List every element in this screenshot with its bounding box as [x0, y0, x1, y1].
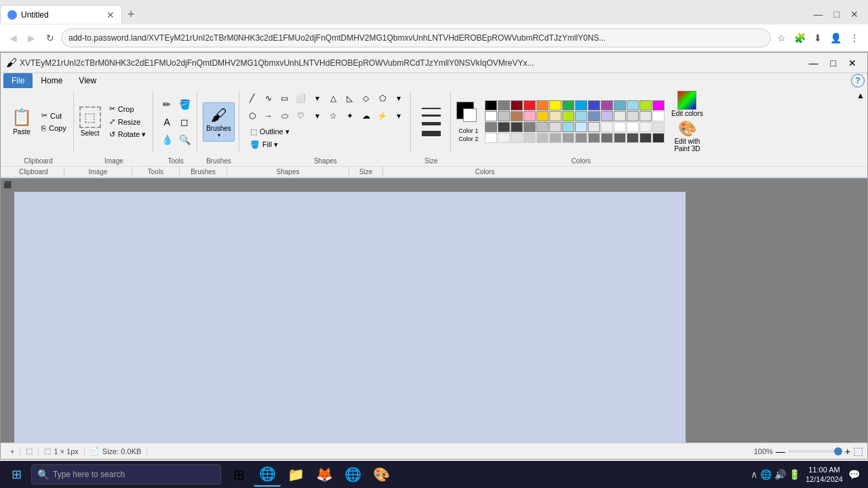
resize-button[interactable]: ⤢ Resize: [106, 116, 149, 127]
pc-r4-7[interactable]: [562, 133, 574, 143]
pc-r4-6[interactable]: [549, 133, 561, 143]
paste-button[interactable]: 📋 Paste: [7, 106, 36, 137]
firefox-app[interactable]: 🦊: [311, 462, 338, 487]
address-bar[interactable]: [61, 28, 771, 47]
paint-app-taskbar[interactable]: 🎨: [368, 462, 395, 487]
forward-button[interactable]: ▶: [24, 30, 39, 46]
shape-cloud[interactable]: ☁: [359, 108, 374, 123]
colorpick-tool[interactable]: 💧: [159, 131, 175, 148]
pc-r3-9[interactable]: [588, 122, 600, 132]
palette-color-sky[interactable]: [575, 111, 587, 121]
shape-heart[interactable]: ♡: [294, 108, 309, 123]
pc-r4-11[interactable]: [614, 133, 626, 143]
pc-r3-6[interactable]: [549, 122, 561, 132]
file-tab[interactable]: File: [3, 73, 33, 88]
cut-button[interactable]: ✂ Cut: [39, 110, 69, 121]
palette-color-orange[interactable]: [536, 100, 549, 110]
palette-color-teal[interactable]: [614, 100, 626, 110]
maximize-chrome-button[interactable]: □: [830, 6, 844, 22]
palette-color-green[interactable]: [562, 100, 574, 110]
copy-button[interactable]: ⎘ Copy: [39, 123, 69, 134]
select-status[interactable]: ⬚: [20, 447, 39, 455]
refresh-button[interactable]: ↻: [42, 30, 58, 46]
pc-r3-10[interactable]: [601, 122, 613, 132]
paint-maximize-button[interactable]: □: [825, 56, 842, 70]
volume-icon[interactable]: 🔊: [774, 469, 786, 480]
task-view-button[interactable]: ⊞: [225, 462, 252, 487]
shape-penta[interactable]: ⬠: [375, 91, 390, 106]
palette-color-gold[interactable]: [536, 111, 549, 121]
palette-color-lightblue[interactable]: [627, 100, 639, 110]
notification-icon[interactable]: 💬: [848, 469, 860, 480]
pc-r4-2[interactable]: [498, 133, 510, 143]
view-tab[interactable]: View: [71, 73, 104, 88]
shapes-more2[interactable]: ▾: [391, 91, 406, 106]
taskbar-search[interactable]: 🔍 Type here to search: [31, 464, 221, 485]
palette-color-darkred[interactable]: [511, 100, 523, 110]
palette-color-blue[interactable]: [588, 100, 600, 110]
shape-rect[interactable]: ▭: [277, 91, 292, 106]
menu-button[interactable]: ⋮: [846, 30, 863, 46]
shape-tri[interactable]: △: [326, 91, 341, 106]
add-button-status[interactable]: +: [5, 447, 20, 455]
pc-r4-4[interactable]: [524, 133, 536, 143]
canvas-handle[interactable]: ⬛: [3, 181, 12, 188]
fill-button[interactable]: 🪣 Fill ▾: [248, 139, 292, 150]
palette-color-white[interactable]: [485, 111, 497, 121]
network-icon[interactable]: 🌐: [760, 469, 772, 480]
palette-color-magenta[interactable]: [652, 100, 665, 110]
up-arrow-icon[interactable]: ∧: [751, 469, 757, 480]
pc-r4-5[interactable]: [536, 133, 549, 143]
palette-color-verylightgray[interactable]: [639, 111, 652, 121]
pc-r4-13[interactable]: [639, 133, 652, 143]
shape-rect2[interactable]: ⬜: [294, 91, 309, 106]
pc-r3-3[interactable]: [511, 122, 523, 132]
pc-r3-11[interactable]: [614, 122, 626, 132]
outline-button[interactable]: ⬚ Outline ▾: [248, 126, 292, 138]
paint-close-button[interactable]: ✕: [843, 56, 862, 70]
palette-color-pink[interactable]: [524, 111, 536, 121]
pc-r4-3[interactable]: [511, 133, 523, 143]
edit-paint3d-button[interactable]: 🎨 Edit with Paint 3D: [669, 120, 706, 152]
zoom-in-button[interactable]: +: [845, 446, 850, 457]
shape-curve[interactable]: ∿: [261, 91, 276, 106]
close-chrome-button[interactable]: ✕: [846, 6, 863, 22]
shapes-more4[interactable]: ▾: [391, 108, 406, 123]
shapes-more[interactable]: ▾: [310, 91, 325, 106]
palette-color-white2[interactable]: [652, 111, 665, 121]
home-tab[interactable]: Home: [33, 73, 71, 88]
back-button[interactable]: ◀: [5, 30, 21, 46]
shape-rtri[interactable]: ◺: [342, 91, 357, 106]
paint-canvas-area[interactable]: ⬛: [1, 178, 867, 443]
edit-colors-button[interactable]: Edit colors: [670, 91, 704, 117]
shape-diamond[interactable]: ◇: [359, 91, 374, 106]
palette-color-black[interactable]: [485, 100, 497, 110]
pencil-tool[interactable]: ✏: [159, 96, 175, 113]
zoom-out-button[interactable]: —: [776, 446, 785, 457]
palette-color-gainsboro[interactable]: [627, 111, 639, 121]
extensions-button[interactable]: 🧩: [791, 30, 809, 46]
brushes-button[interactable]: 🖌 Brushes ▾: [203, 102, 235, 142]
palette-color-periwinkle[interactable]: [588, 111, 600, 121]
download-button[interactable]: ⬇: [810, 30, 825, 46]
pc-r3-2[interactable]: [498, 122, 510, 132]
help-button[interactable]: ?: [851, 74, 865, 87]
bookmark-button[interactable]: ☆: [774, 30, 789, 46]
pc-r3-1[interactable]: [485, 122, 497, 132]
pc-r3-7[interactable]: [562, 122, 574, 132]
pc-r3-13[interactable]: [639, 122, 652, 132]
shape-oval[interactable]: ⬭: [277, 108, 292, 123]
shape-hex[interactable]: ⬡: [245, 108, 260, 123]
palette-color-lightgray[interactable]: [614, 111, 626, 121]
zoom-tool[interactable]: 🔍: [176, 131, 193, 148]
pc-r3-4[interactable]: [524, 122, 536, 132]
palette-color-yellow[interactable]: [549, 100, 561, 110]
pc-r3-12[interactable]: [627, 122, 639, 132]
pc-r4-14[interactable]: [652, 133, 665, 143]
palette-color-red[interactable]: [524, 100, 536, 110]
taskbar-clock[interactable]: 11:00 AM 12/14/2024: [806, 465, 843, 485]
rotate-button[interactable]: ↺ Rotate ▾: [106, 129, 149, 140]
palette-color-darkgray[interactable]: [498, 100, 510, 110]
palette-color-gray[interactable]: [498, 111, 510, 121]
palette-color-lime2[interactable]: [562, 111, 574, 121]
